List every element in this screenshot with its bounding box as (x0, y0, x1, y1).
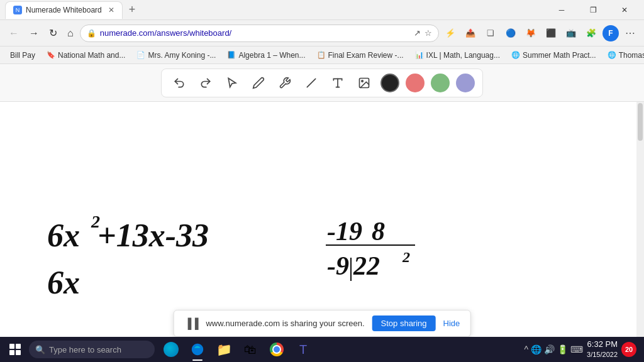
keyboard-icon[interactable]: ⌨ (570, 344, 583, 354)
cast-icon[interactable]: 📺 (562, 25, 580, 42)
bookmark-nationalmath-label: National Math and... (58, 51, 125, 60)
text-button[interactable] (328, 73, 348, 93)
svg-text:-19: -19 (327, 217, 362, 246)
home-button[interactable]: ⌂ (64, 25, 77, 41)
system-clock[interactable]: 6:32 PM 3/15/2022 (587, 339, 618, 360)
bookmark-summermath-label: Summer Math Pract... (523, 51, 596, 60)
taskbar-edge[interactable] (185, 337, 210, 362)
bookmarks-bar: Bill Pay 🔖 National Math and... 📄 Mrs. A… (0, 47, 644, 64)
main-content: 6x 2 +13x-33 6x -19 8 -9 22 (0, 64, 644, 337)
tool-group (161, 69, 483, 97)
sharing-icon: ▐▐ (184, 318, 199, 329)
folder-icon: 📁 (216, 342, 232, 357)
profile-button[interactable]: F (602, 25, 619, 41)
forward-button[interactable]: → (25, 25, 43, 41)
taskbar-chrome[interactable] (264, 337, 289, 362)
stop-sharing-button[interactable]: Stop sharing (372, 315, 436, 331)
finalexam-icon: 📋 (317, 51, 326, 59)
new-tab-button[interactable]: + (125, 3, 140, 16)
whiteboard-body[interactable]: 6x 2 +13x-33 6x -19 8 -9 22 (0, 102, 644, 337)
bookmark-algebra[interactable]: 📘 Algebra 1 – When... (222, 50, 310, 61)
share-toolbar-icon[interactable]: 📤 (462, 25, 479, 42)
line-button[interactable] (301, 73, 321, 93)
share-icon: ↗ (414, 28, 421, 38)
bookmark-finalexam[interactable]: 📋 Final Exam Review -... (312, 50, 409, 61)
extension3-icon[interactable]: 🦊 (522, 25, 540, 42)
notification-button[interactable]: 20 (621, 342, 636, 357)
sidebar-icon[interactable]: ❏ (482, 25, 499, 42)
menu-icon[interactable]: ⋯ (621, 25, 639, 42)
undo-button[interactable] (169, 73, 189, 93)
color-pink[interactable] (406, 74, 425, 92)
hide-button[interactable]: Hide (443, 319, 460, 328)
whiteboard-toolbar (0, 64, 644, 102)
scrollbar-thumb[interactable] (638, 103, 643, 141)
windows-icon (9, 344, 21, 355)
network-icon[interactable]: 🌐 (531, 344, 541, 354)
bookmark-summermath[interactable]: 🌐 Summer Math Pract... (506, 50, 601, 61)
taskbar-folder[interactable]: 📁 (211, 337, 236, 362)
bookmark-thomastik[interactable]: 🌐 Thomastik-Infeld C... (602, 50, 644, 61)
bookmark-billpay-label: Bill Pay (10, 51, 35, 60)
title-bar: N Numerade Whiteboard ✕ + ─ ❐ ✕ (0, 0, 644, 20)
refresh-button[interactable]: ↻ (45, 25, 61, 41)
battery-icon[interactable]: 🔋 (557, 344, 568, 354)
extension4-icon[interactable]: ⬛ (542, 25, 560, 42)
amy-koning-icon: 📄 (136, 51, 145, 59)
tab-close-button[interactable]: ✕ (108, 6, 114, 14)
svg-text:2: 2 (402, 249, 410, 265)
taskbar-apps: 📁 🛍 T (158, 337, 316, 362)
minimize-button[interactable]: ─ (547, 1, 576, 19)
redo-button[interactable] (196, 73, 216, 93)
store-icon: 🛍 (244, 343, 257, 357)
bookmark-ixl-label: IXL | Math, Languag... (426, 51, 500, 60)
browser-toolbar-icons: ⚡ 📤 ❏ 🔵 🦊 ⬛ 📺 🧩 F ⋯ (441, 25, 639, 42)
clock-date: 3/15/2022 (587, 350, 618, 359)
bookmark-nationalmath[interactable]: 🔖 National Math and... (42, 50, 130, 61)
svg-text:6x: 6x (47, 217, 80, 253)
teams-icon: T (299, 343, 307, 357)
lock-icon: 🔒 (87, 29, 96, 38)
image-button[interactable] (354, 73, 374, 93)
active-tab[interactable]: N Numerade Whiteboard ✕ (5, 1, 123, 19)
summermath-icon: 🌐 (511, 51, 520, 59)
color-purple[interactable] (456, 74, 475, 92)
system-icons: ^ 🌐 🔊 🔋 ⌨ (524, 344, 583, 354)
svg-line-0 (307, 79, 315, 87)
extension2-icon[interactable]: 🔵 (502, 25, 519, 42)
bookmark-ixl[interactable]: 📊 IXL | Math, Languag... (410, 50, 505, 61)
taskbar-cortana[interactable] (158, 337, 184, 362)
color-black[interactable] (380, 74, 399, 92)
svg-text:22: 22 (353, 251, 380, 280)
tab-title: Numerade Whiteboard (26, 6, 102, 14)
select-button[interactable] (222, 73, 242, 93)
url-text: numerade.com/answers/whiteboard/ (100, 28, 410, 38)
bookmark-amykoning-label: Mrs. Amy Koning -... (148, 51, 216, 60)
volume-icon[interactable]: 🔊 (544, 344, 555, 354)
bookmark-billpay[interactable]: Bill Pay (5, 50, 40, 61)
extensions-icon[interactable]: ⚡ (441, 25, 459, 42)
scrollbar[interactable] (636, 102, 644, 337)
puzzle-icon[interactable]: 🧩 (582, 25, 600, 42)
start-button[interactable] (3, 337, 28, 362)
screen-sharing-bar: ▐▐ www.numerade.com is sharing your scre… (174, 310, 471, 337)
taskbar-search[interactable]: 🔍 Type here to search (29, 341, 155, 358)
pen-button[interactable] (248, 73, 269, 93)
back-button[interactable]: ← (5, 25, 23, 41)
address-bar: ← → ↻ ⌂ 🔒 numerade.com/answers/whiteboar… (0, 20, 644, 47)
cortana-icon (164, 342, 179, 357)
thomastik-icon: 🌐 (608, 51, 616, 59)
svg-text:-9: -9 (327, 251, 349, 280)
sharing-message: www.numerade.com is sharing your screen. (206, 319, 364, 328)
taskbar-teams[interactable]: T (291, 337, 316, 362)
bookmark-amykoning[interactable]: 📄 Mrs. Amy Koning -... (131, 50, 221, 61)
chevron-up-icon[interactable]: ^ (524, 344, 528, 354)
taskbar-store[interactable]: 🛍 (238, 337, 263, 362)
maximize-button[interactable]: ❐ (579, 1, 608, 19)
taskbar: 🔍 Type here to search 📁 🛍 T ^ 🌐 (0, 337, 644, 362)
tools-button[interactable] (275, 73, 295, 93)
color-green[interactable] (431, 74, 450, 92)
close-button[interactable]: ✕ (610, 1, 639, 19)
url-bar[interactable]: 🔒 numerade.com/answers/whiteboard/ ↗ ☆ (80, 25, 439, 42)
svg-text:+13x-33: +13x-33 (97, 217, 209, 253)
